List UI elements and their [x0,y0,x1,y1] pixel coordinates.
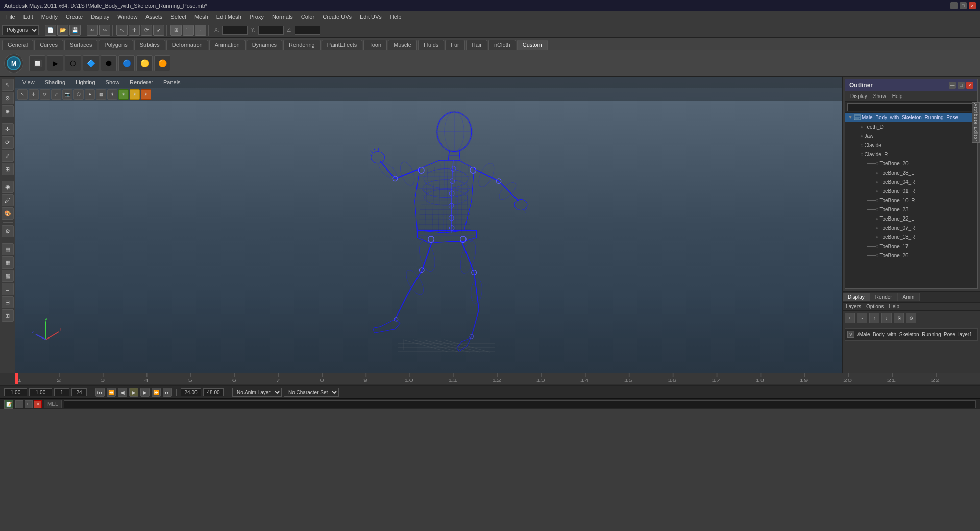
menu-help[interactable]: Help [386,13,406,21]
outliner-close-btn[interactable]: × [966,82,973,89]
vp-scale-btn[interactable]: ⤢ [51,89,61,100]
tree-item-clavide-l[interactable]: ○ Clavide_L [845,140,977,150]
menu-edit-mesh[interactable]: Edit Mesh [212,13,246,21]
vp-rotate-btn[interactable]: ⟳ [40,89,50,100]
anim-layers-button[interactable]: ▧ [2,270,14,282]
outliner-display-menu[interactable]: Display [847,92,870,100]
tree-item-toe04r[interactable]: ——○ ToeBone_04_R [845,177,977,186]
prev-key-btn[interactable]: ⏪ [107,388,116,397]
outliner-minimize-btn[interactable]: — [949,82,956,89]
transform-button[interactable]: ⊞ [2,163,14,175]
tree-item-toe26l[interactable]: ——○ ToeBone_26_L [845,251,977,260]
play-btn[interactable]: ▶ [129,388,138,397]
render-layers-button[interactable]: ▦ [2,256,14,269]
shelf-icon-8[interactable]: 🟠 [154,55,170,71]
menu-select[interactable]: Select [166,13,190,21]
outliner-help-menu[interactable]: Help [889,92,906,100]
vp-move-btn[interactable]: ✛ [29,89,39,100]
save-file-button[interactable]: 💾 [69,25,81,36]
anim-range-end[interactable]: 48.00 [203,388,224,396]
next-key-btn[interactable]: ⏩ [152,388,161,397]
layer-settings-btn[interactable]: ⚙ [906,313,916,323]
open-file-button[interactable]: 📂 [57,25,68,36]
vp-texture-btn[interactable]: ▦ [96,89,106,100]
tree-item-toe13r[interactable]: ——○ ToeBone_13_R [845,232,977,242]
tree-item-toe20l[interactable]: ——○ ToeBone_20_L [845,159,977,168]
tree-item-toe23l[interactable]: ——○ ToeBone_23_L [845,205,977,214]
vp-select-btn[interactable]: ↖ [17,89,28,100]
vp-wireframe-btn[interactable]: ⬡ [74,89,84,100]
shelf-tab-curves[interactable]: Curves [34,40,63,50]
tool-settings-button[interactable]: ⊞ [2,309,14,322]
display-layers-button[interactable]: ▤ [2,243,14,255]
time-ruler[interactable]: 1 2 3 4 5 6 7 8 9 10 11 [15,373,980,384]
attribute-editor-button[interactable]: ⊟ [2,296,14,308]
rotate-button[interactable]: ⟳ [2,136,14,149]
paint-select-button[interactable]: ⊕ [2,105,14,117]
shelf-tab-deformation[interactable]: Deformation [166,40,208,50]
playback-speed-input[interactable]: 1.00 [29,388,52,396]
move-button[interactable]: ✛ [2,123,14,135]
layer-del-btn[interactable]: - [857,313,867,323]
shelf-tab-animation[interactable]: Animation [209,40,246,50]
current-frame-input[interactable]: 1.00 [4,388,27,396]
coord-x-input[interactable] [222,26,248,35]
scale-tool-button[interactable]: ⤢ [153,25,164,36]
tab-render[interactable]: Render [870,293,898,301]
attribute-editor-tab[interactable]: Attribute Editor [972,102,980,143]
menu-edit-uvs[interactable]: Edit UVs [356,13,386,21]
menu-modify[interactable]: Modify [37,13,62,21]
vp-menu-renderer[interactable]: Renderer [127,78,156,86]
shelf-icon-5[interactable]: ⬢ [101,55,117,71]
mode-dropdown[interactable]: Polygons [2,25,39,35]
go-start-btn[interactable]: ⏮ [95,388,105,397]
vp-lights-btn[interactable]: ☀ [107,89,117,100]
channel-box-button[interactable]: ≡ [2,283,14,295]
redo-button[interactable]: ↪ [99,25,110,36]
vp-smooth-btn[interactable]: ● [85,89,95,100]
shelf-icon-3[interactable]: ⬡ [65,55,81,71]
layer-new-btn[interactable]: + [845,313,855,323]
close-button[interactable]: × [969,2,976,9]
menu-create-uvs[interactable]: Create UVs [318,13,356,21]
tree-item-toe28l[interactable]: ——○ ToeBone_28_L [845,168,977,177]
shelf-tab-muscle[interactable]: Muscle [388,40,417,50]
menu-mesh[interactable]: Mesh [190,13,212,21]
layer-up-btn[interactable]: ↑ [869,313,879,323]
coord-y-input[interactable] [258,26,284,35]
lasso-button[interactable]: ⊙ [2,92,14,104]
tree-item-jaw[interactable]: ○ Jaw [845,131,977,140]
soft-mod-button[interactable]: ◉ [2,181,14,193]
sculpt-button[interactable]: 🖊 [2,194,14,206]
shelf-tab-rendering[interactable]: Rendering [283,40,321,50]
menu-display[interactable]: Display [87,13,113,21]
shelf-tab-fluids[interactable]: Fluids [418,40,444,50]
layer-visibility-btn[interactable]: V [847,331,854,338]
move-tool-button[interactable]: ✛ [129,25,140,36]
tree-item-toe22l[interactable]: ——○ ToeBone_22_L [845,214,977,223]
paint-button[interactable]: 🎨 [2,207,14,220]
vp-cam-btn[interactable]: 📷 [62,89,72,100]
outliner-maximize-btn[interactable]: □ [958,82,965,89]
show-manip-button[interactable]: ⚙ [2,225,14,237]
coord-z-input[interactable] [295,26,320,35]
menu-normals[interactable]: Normals [268,13,297,21]
vp-menu-lighting[interactable]: Lighting [72,78,99,86]
shelf-icon-7[interactable]: 🟡 [136,55,153,71]
shelf-icon-1[interactable]: 🔲 [29,55,45,71]
go-end-btn[interactable]: ⏭ [163,388,172,397]
shelf-tab-polygons[interactable]: Polygons [99,40,133,50]
menu-file[interactable]: File [2,13,19,21]
scale-button[interactable]: ⤢ [2,150,14,162]
menu-assets[interactable]: Assets [141,13,166,21]
win-btn-1[interactable]: _ [15,400,23,408]
outliner-search-input[interactable] [847,103,975,111]
outliner-show-menu[interactable]: Show [870,92,889,100]
tab-display[interactable]: Display [843,293,870,301]
command-input[interactable] [64,400,976,408]
viewport[interactable]: View Shading Lighting Show Renderer Pane… [15,77,842,373]
layer-row[interactable]: V /Male_Body_with_Skeleton_Running_Pose_… [845,328,978,341]
tree-item-toe01r[interactable]: ——○ ToeBone_01_R [845,186,977,196]
shelf-tab-general[interactable]: General [2,40,33,50]
menu-create[interactable]: Create [62,13,87,21]
